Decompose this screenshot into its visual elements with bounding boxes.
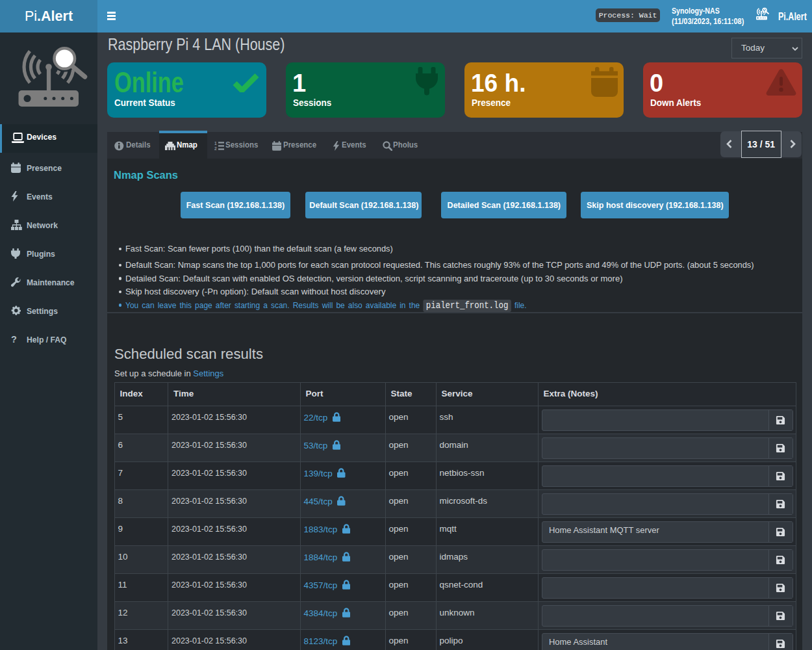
svg-text:1: 1 [214,141,217,146]
svg-text:?: ? [11,334,17,344]
svg-text:2: 2 [214,146,217,151]
